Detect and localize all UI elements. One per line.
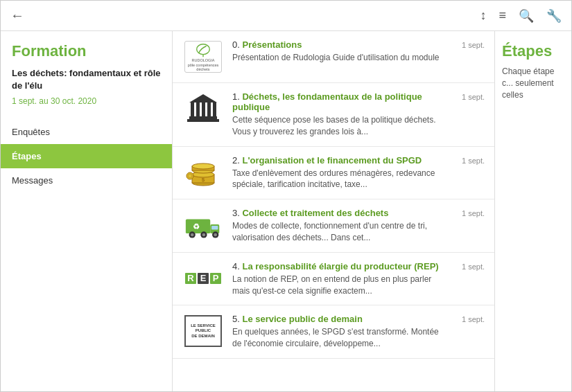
step-icon-3: ♻ [182,208,224,242]
step-item-0[interactable]: RUDOLOGIApôle compétences déchets 0. Pré… [173,31,494,83]
step-title-4: 4. La responsabilité élargie du producte… [232,261,450,271]
step-date-4: 1 sept. [458,261,485,271]
svg-rect-2 [187,119,219,122]
step-item-1[interactable]: 1. Déchets, les fondamentaux de la polit… [173,83,494,147]
step-desc-0: Présentation de Rudologia Guide d'utilis… [232,52,450,64]
step-title-1: 1. Déchets, les fondamentaux de la polit… [232,91,450,112]
sidebar: Formation Les déchets: fondamentaux et r… [1,31,173,391]
step-text-2: 2. L'organisation et le financement du S… [232,155,450,191]
step-text-0: 0. Présentations Présentation de Rudolog… [232,39,450,64]
sidebar-item-messages[interactable]: Messages [1,168,172,193]
step-desc-1: Cette séquence pose les bases de la poli… [232,114,450,138]
sidebar-item-etapes[interactable]: Étapes [1,144,172,168]
main-layout: Formation Les déchets: fondamentaux et r… [1,31,571,391]
svg-text:$: $ [202,177,205,183]
step-desc-4: La notion de REP, on en entend de plus e… [232,274,450,297]
step-title-5: 5. Le service public de demain [232,314,450,324]
svg-rect-6 [202,103,205,116]
right-panel: Étapes Chaque étape c... seulement celle… [495,31,571,391]
svg-rect-21 [211,226,218,230]
settings-icon[interactable]: 🔧 [546,8,562,24]
step-title-0: 0. Présentations [232,39,450,50]
step-date-3: 1 sept. [458,208,485,217]
svg-text:♻: ♻ [193,222,200,231]
pillar-icon [184,93,222,125]
step-title-2: 2. L'organisation et le financement du S… [232,155,450,166]
search-icon[interactable]: 🔍 [519,8,534,24]
step-date-2: 1 sept. [458,155,485,165]
toolbar: ← ↕ ≡ 🔍 🔧 [1,1,571,31]
svg-rect-8 [213,103,216,116]
svg-point-17 [187,172,193,179]
step-item-2[interactable]: $ 2. L'organisation et le financement du… [173,147,494,200]
svg-point-15 [192,163,214,169]
filter-icon[interactable]: ≡ [499,8,506,23]
sort-icon[interactable]: ↕ [480,8,486,23]
back-button[interactable]: ← [10,8,24,24]
course-title: Les déchets: fondamentaux et rôle de l'é… [1,67,172,96]
step-icon-5: LE SERVICE PUBLIC DE DEMAIN [182,314,224,348]
step-text-5: 5. Le service public de demain En quelqu… [232,314,450,350]
money-icon: $ [184,157,222,188]
right-panel-title: Étapes [502,42,564,60]
rep-icon: R E P [184,262,222,294]
formation-title: Formation [1,42,172,67]
svg-rect-4 [191,103,194,116]
step-title-3: 3. Collecte et traitement des déchets [232,208,450,218]
step-icon-0: RUDOLOGIApôle compétences déchets [182,39,224,74]
step-desc-2: Taxe d'enlèvement des ordures ménagères,… [232,168,450,191]
step-item-5[interactable]: LE SERVICE PUBLIC DE DEMAIN 5. Le servic… [173,305,494,359]
svg-rect-3 [189,116,217,119]
step-icon-4: R E P [182,261,224,296]
rudologia-icon: RUDOLOGIApôle compétences déchets [184,41,222,73]
step-date-5: 1 sept. [458,314,485,323]
svg-point-27 [214,233,217,237]
step-text-4: 4. La responsabilité élargie du producte… [232,261,450,297]
svg-rect-7 [207,103,211,116]
step-icon-2: $ [182,155,224,190]
step-icon-1 [182,91,224,126]
step-date-0: 1 sept. [458,39,485,49]
sidebar-item-enquetes[interactable]: Enquêtes [1,120,172,144]
right-panel-text: Chaque étape c... seulement celles [502,66,564,100]
svg-rect-5 [196,103,200,116]
course-dates: 1 sept. au 30 oct. 2020 [1,96,172,117]
service-icon: LE SERVICE PUBLIC DE DEMAIN [184,315,222,347]
step-text-1: 1. Déchets, les fondamentaux de la polit… [232,91,450,138]
step-item-4[interactable]: R E P 4. La responsabilité élargie du pr… [173,253,494,306]
svg-point-23 [191,233,194,237]
step-item-3[interactable]: ♻ 3. Collecte et traitement des déchets … [173,199,494,253]
steps-list: RUDOLOGIApôle compétences déchets 0. Pré… [173,31,495,391]
svg-point-25 [202,233,206,237]
step-desc-3: Modes de collecte, fonctionnement d'un c… [232,220,450,244]
step-date-1: 1 sept. [458,91,485,101]
sidebar-nav: Enquêtes Étapes Messages [1,120,172,193]
step-desc-5: En quelques années, le SPGD s'est transf… [232,326,450,350]
truck-icon: ♻ [184,209,222,241]
svg-marker-9 [189,94,217,103]
step-text-3: 3. Collecte et traitement des déchets Mo… [232,208,450,244]
